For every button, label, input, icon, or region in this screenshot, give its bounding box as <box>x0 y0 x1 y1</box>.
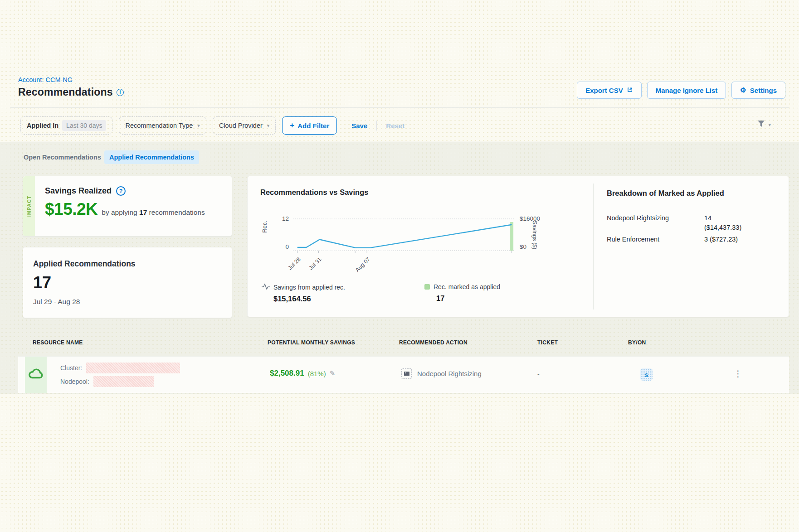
left-axis-label: Rec. <box>261 221 268 233</box>
filter-cloud-provider-label: Cloud Provider <box>219 122 263 129</box>
header-actions: Export CSV Manage Ignore List ⚙ Settings <box>577 82 785 99</box>
chart-line <box>297 225 512 248</box>
x-axis-ticks <box>297 251 512 253</box>
author-badge[interactable]: s <box>640 368 653 381</box>
cluster-value-redacted <box>86 363 180 373</box>
export-csv-button[interactable]: Export CSV <box>577 82 642 99</box>
filter-bar: Applied In Last 30 days Recommendation T… <box>20 116 404 135</box>
plus-icon: + <box>290 121 294 130</box>
column-header-ticket[interactable]: TICKET <box>537 339 558 346</box>
external-link-icon <box>627 87 633 94</box>
green-square-icon <box>424 284 430 290</box>
left-axis-min-tick: 0 <box>273 243 289 250</box>
column-header-by-on[interactable]: BY/ON <box>628 339 646 346</box>
tab-open-recommendations[interactable]: Open Recommendations <box>24 154 101 161</box>
column-header-resource-name[interactable]: RESOURCE NAME <box>33 339 83 346</box>
page-title: Recommendations <box>18 86 113 98</box>
right-axis-min-tick: $0 <box>520 243 526 250</box>
manage-ignore-list-label: Manage Ignore List <box>656 87 718 94</box>
filter-applied-in[interactable]: Applied In Last 30 days <box>20 116 112 135</box>
chart-bar <box>510 222 513 251</box>
savings-percent: (81%) <box>308 370 326 377</box>
savings-realized-amount: $15.2K <box>45 200 97 219</box>
savings-amount: $2,508.91 <box>270 369 304 378</box>
tab-applied-recommendations[interactable]: Applied Recommendations <box>104 150 199 164</box>
account-breadcrumb: Account: CCM-NG <box>18 76 73 83</box>
filter-panel-toggle[interactable]: ▾ <box>757 120 771 129</box>
table-row[interactable]: Cluster: Nodepool: $2,508.91 (81%) ✎ Nod… <box>18 356 789 393</box>
filter-recommendation-type[interactable]: Recommendation Type ▾ <box>119 116 206 135</box>
desc-prefix: by applying <box>102 208 137 216</box>
info-icon[interactable]: i <box>117 89 124 96</box>
export-csv-label: Export CSV <box>585 87 623 94</box>
cluster-label: Cluster: <box>60 364 82 372</box>
x-tick-label: Aug 07 <box>348 256 371 280</box>
filter-divider <box>10 141 789 141</box>
potential-savings-cell: $2,508.91 (81%) ✎ <box>270 369 335 378</box>
row-menu-icon[interactable]: ⋮ <box>731 367 745 381</box>
settings-label: Settings <box>750 87 777 94</box>
chart-title: Recommendations vs Savings <box>260 188 368 197</box>
filter-cloud-provider[interactable]: Cloud Provider ▾ <box>213 116 276 135</box>
breakdown-row-label: Rule Enforcement <box>607 236 659 243</box>
header-divider <box>10 107 789 108</box>
savings-realized-desc: by applying 17 recommendations <box>102 208 205 217</box>
manage-ignore-list-button[interactable]: Manage Ignore List <box>647 82 726 99</box>
applied-card-count: 17 <box>33 273 232 292</box>
cloud-icon <box>28 366 44 383</box>
add-filter-label: Add Filter <box>297 122 329 130</box>
chevron-down-icon: ▾ <box>768 122 771 128</box>
ticket-cell: - <box>537 371 540 378</box>
edit-pencil-icon[interactable]: ✎ <box>330 369 336 377</box>
savings-realized-card: IMPACT Savings Realized ? $15.2K by appl… <box>23 176 232 237</box>
column-header-potential-savings[interactable]: POTENTIAL MONTHLY SAVINGS <box>268 339 355 346</box>
column-header-recommended-action[interactable]: RECOMMENDED ACTION <box>399 339 468 346</box>
save-reset-divider <box>376 121 377 131</box>
filter-applied-in-label: Applied In <box>27 122 58 129</box>
impact-side-label: IMPACT <box>26 196 32 217</box>
breakdown-row-value: 14 <box>704 214 711 222</box>
cloud-provider-cell <box>25 357 47 393</box>
chevron-down-icon: ▾ <box>197 123 200 129</box>
chart-card: Recommendations vs Savings 12 0 Rec. $16… <box>247 176 789 317</box>
legend-savings-value: $15,164.56 <box>273 295 345 303</box>
resource-name-cell: Cluster: Nodepool: <box>60 361 180 388</box>
filter-applied-in-value[interactable]: Last 30 days <box>62 120 106 131</box>
nodepool-value-redacted <box>93 376 154 387</box>
breakdown-row-value: 3 ($727.23) <box>704 236 738 243</box>
breakdown-row-value: ($14,437.33) <box>704 224 741 231</box>
applied-recommendations-card: Applied Recommendations 17 Jul 29 - Aug … <box>23 247 232 318</box>
recommended-action-label: Nodepool Rightsizing <box>417 370 482 377</box>
nodepool-label: Nodepool: <box>60 378 89 385</box>
legend-applied-label: Rec. marked as applied <box>434 283 500 290</box>
applied-card-period: Jul 29 - Aug 28 <box>33 298 232 306</box>
panel-divider <box>593 184 594 310</box>
chevron-down-icon: ▾ <box>267 123 270 129</box>
desc-count: 17 <box>139 208 147 216</box>
impact-side-strip: IMPACT <box>23 176 35 236</box>
gear-icon: ⚙ <box>740 86 746 94</box>
chart-svg <box>293 217 520 255</box>
save-filter-button[interactable]: Save <box>351 122 367 130</box>
breakdown-title: Breakdown of Marked as Applied <box>607 189 724 198</box>
legend-savings-label: Savings from applied rec. <box>273 284 345 291</box>
reset-filter-button[interactable]: Reset <box>386 122 404 130</box>
recommended-action-cell: Nodepool Rightsizing <box>401 368 482 379</box>
settings-button[interactable]: ⚙ Settings <box>731 82 785 99</box>
help-icon[interactable]: ? <box>116 186 126 196</box>
filter-recommendation-type-label: Recommendation Type <box>125 122 193 129</box>
right-axis-label: Savings ($) <box>531 221 538 249</box>
funnel-icon <box>757 120 765 129</box>
applied-card-title: Applied Recommendations <box>33 259 232 269</box>
desc-suffix: recommendations <box>149 208 205 216</box>
x-tick-label: Jul 31 <box>299 256 323 280</box>
breakdown-row-label: Nodepool Rightsizing <box>607 214 669 222</box>
add-filter-button[interactable]: + Add Filter <box>282 116 337 135</box>
savings-realized-title: Savings Realized <box>45 186 112 196</box>
pulse-line-icon <box>262 283 270 291</box>
left-axis-max-tick: 12 <box>273 215 289 222</box>
x-tick-label: Jul 28 <box>278 256 302 280</box>
legend-applied-value: 17 <box>436 294 500 303</box>
legend-applied: Rec. marked as applied 17 <box>424 283 500 303</box>
action-thumbnail-icon <box>401 368 412 379</box>
